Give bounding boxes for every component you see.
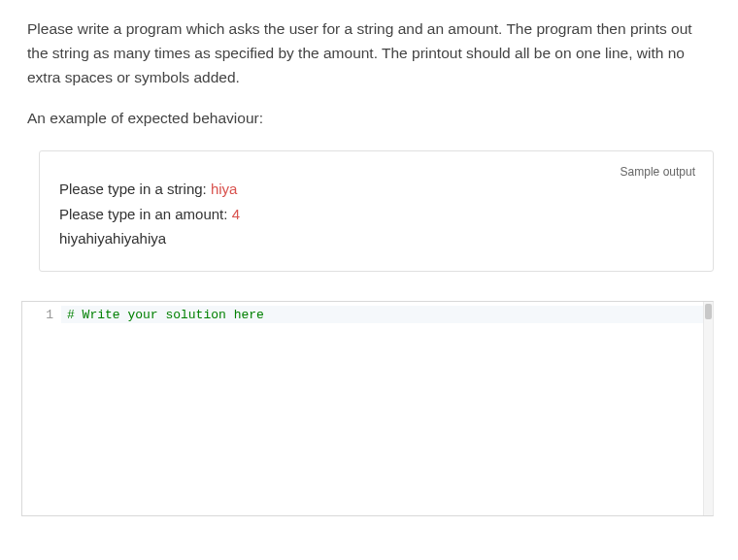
sample-line: Please type in an amount: 4 bbox=[59, 202, 693, 227]
sample-prompt: Please type in a string: bbox=[59, 181, 211, 197]
code-line: # Write your solution here bbox=[67, 306, 713, 325]
exercise-instructions: Please write a program which asks the us… bbox=[27, 17, 714, 89]
sample-line: Please type in a string: hiya bbox=[59, 177, 693, 202]
code-area[interactable]: # Write your solution here bbox=[61, 302, 713, 515]
sample-output-content: Please type in a string: hiya Please typ… bbox=[59, 177, 693, 251]
line-number-gutter: 1 bbox=[22, 302, 61, 515]
sample-user-input: 4 bbox=[232, 206, 240, 222]
sample-result: hiyahiyahiyahiya bbox=[59, 230, 166, 247]
sample-output-label: Sample output bbox=[621, 165, 695, 179]
line-number: 1 bbox=[22, 306, 53, 325]
sample-prompt: Please type in an amount: bbox=[59, 206, 232, 222]
code-editor[interactable]: 1 # Write your solution here bbox=[21, 301, 714, 516]
vertical-scrollbar[interactable] bbox=[703, 302, 713, 515]
code-comment: # Write your solution here bbox=[67, 308, 264, 322]
sample-output-box: Sample output Please type in a string: h… bbox=[39, 150, 714, 272]
sample-user-input: hiya bbox=[211, 181, 238, 197]
sample-line: hiyahiyahiyahiya bbox=[59, 226, 693, 251]
example-intro-text: An example of expected behaviour: bbox=[27, 107, 714, 131]
